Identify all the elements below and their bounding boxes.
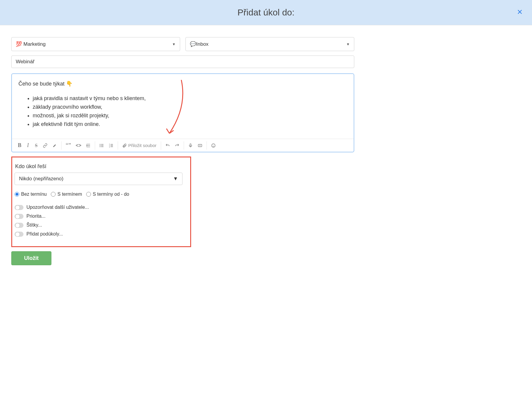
emoji-icon	[211, 143, 216, 148]
toolbar-separator	[184, 141, 184, 150]
project-select-value: 💯 Marketing	[16, 41, 45, 47]
editor-intro-text: Čeho se bude týkat 👇	[18, 80, 347, 87]
dialog-body: 💯 Marketing ▼ 💬Inbox ▼ Čeho se bude týka…	[0, 25, 366, 274]
toggle-subtasks-row: Přidat podúkoly...	[15, 231, 186, 237]
radio-input[interactable]	[15, 192, 19, 197]
link-button[interactable]	[40, 141, 50, 150]
italic-icon: I	[27, 142, 29, 149]
save-button[interactable]: Uložit	[11, 251, 51, 265]
toggle-label: Štítky...	[26, 222, 42, 228]
link-icon	[43, 143, 48, 148]
svg-point-10	[214, 145, 214, 145]
dialog-header: Přidat úkol do:	[0, 0, 532, 25]
code-button[interactable]: <>	[73, 141, 84, 150]
toolbar-separator	[95, 141, 95, 150]
strikethrough-icon: S	[35, 143, 38, 148]
radio-no-deadline[interactable]: Bez termínu	[15, 192, 47, 197]
svg-text:3: 3	[109, 146, 110, 148]
ordered-list-icon: 123	[109, 143, 114, 148]
video-button[interactable]	[195, 141, 205, 150]
toggle-label: Upozorňovat další uživatele...	[26, 205, 89, 210]
assignee-select[interactable]: Nikdo (nepřiřazeno) ▼	[15, 173, 182, 185]
italic-button[interactable]: I	[24, 140, 32, 150]
strike-button[interactable]: S	[32, 141, 40, 150]
bullet-list-button[interactable]	[97, 141, 106, 150]
bold-button[interactable]: B	[15, 140, 24, 150]
svg-point-1	[100, 145, 101, 146]
undo-button[interactable]	[163, 141, 172, 150]
bullet-list-icon	[99, 143, 104, 148]
svg-point-0	[100, 144, 101, 145]
toolbar-separator	[207, 141, 207, 150]
deadline-radio-group: Bez termínu S termínem S termíny od - do	[15, 192, 186, 197]
assignee-label: Kdo úkol řeší	[15, 163, 186, 170]
toggle-label: Přidat podúkoly...	[26, 231, 63, 237]
chevron-down-icon: ▼	[172, 42, 176, 46]
radio-with-deadline[interactable]: S termínem	[51, 192, 82, 197]
toggle-tags-row: Štítky...	[15, 222, 186, 228]
quote-button[interactable]: “”	[63, 140, 73, 151]
undo-icon	[165, 143, 170, 148]
toolbar-separator	[161, 141, 161, 150]
video-icon	[198, 143, 202, 148]
editor-toolbar: B I S “” <> 123 Přiložit soubor	[12, 139, 354, 152]
close-icon	[517, 9, 523, 15]
highlighted-section: Kdo úkol řeší Nikdo (nepřiřazeno) ▼ Bez …	[11, 157, 191, 247]
editor-bullet: jaká pravidla si nastavit v týmu nebo s …	[33, 95, 347, 102]
toggle-notify[interactable]	[15, 205, 23, 210]
svg-point-2	[100, 146, 101, 147]
emoji-button[interactable]	[209, 141, 218, 150]
chevron-down-icon: ▼	[346, 42, 350, 46]
code-icon: <>	[76, 143, 81, 148]
attach-button[interactable]: Přiložit soubor	[120, 141, 159, 150]
task-name-input[interactable]	[11, 56, 354, 68]
toggle-subtasks[interactable]	[15, 232, 23, 237]
toggle-tags[interactable]	[15, 223, 23, 228]
toggle-priority-row: Priorita...	[15, 214, 186, 219]
project-select[interactable]: 💯 Marketing ▼	[11, 37, 180, 51]
editor-bullet: jak efektivně řídit tým online.	[33, 121, 347, 127]
toggle-notify-row: Upozorňovat další uživatele...	[15, 205, 186, 210]
close-button[interactable]	[517, 8, 523, 17]
radio-label: S termínem	[57, 192, 82, 197]
toggle-priority[interactable]	[15, 214, 23, 219]
redo-button[interactable]	[172, 141, 182, 150]
chevron-down-icon: ▼	[173, 176, 178, 182]
dialog-title: Přidat úkol do:	[237, 7, 295, 18]
ordered-list-button[interactable]: 123	[106, 141, 116, 150]
list-select-value: 💬Inbox	[190, 41, 209, 47]
bold-icon: B	[18, 142, 21, 149]
microphone-icon	[188, 143, 193, 148]
toolbar-separator	[61, 141, 62, 150]
quote-icon: “”	[66, 142, 71, 149]
indent-icon	[86, 143, 91, 148]
description-editor: Čeho se bude týkat 👇 jaká pravidla si na…	[11, 73, 354, 152]
radio-label: Bez termínu	[21, 192, 47, 197]
radio-input[interactable]	[51, 192, 56, 197]
svg-rect-6	[190, 144, 191, 146]
radio-range-deadline[interactable]: S termíny od - do	[86, 192, 129, 197]
paperclip-icon	[122, 143, 127, 148]
svg-point-8	[212, 144, 215, 147]
brush-icon	[52, 143, 57, 148]
list-select[interactable]: 💬Inbox ▼	[185, 37, 354, 51]
attach-label: Přiložit soubor	[128, 143, 156, 148]
redo-icon	[175, 143, 180, 148]
editor-bullet: možnosti, jak si rozdělit projekty,	[33, 113, 347, 119]
svg-point-9	[213, 145, 213, 145]
editor-bullet: základy pracovního workflow,	[33, 104, 347, 110]
toggle-label: Priorita...	[26, 214, 45, 219]
editor-content[interactable]: Čeho se bude týkat 👇 jaká pravidla si na…	[12, 74, 354, 139]
toolbar-separator	[118, 141, 118, 150]
radio-input[interactable]	[86, 192, 91, 197]
assignee-value: Nikdo (nepřiřazeno)	[19, 176, 63, 182]
radio-label: S termíny od - do	[93, 192, 129, 197]
highlight-button[interactable]	[50, 141, 59, 150]
mic-button[interactable]	[186, 141, 195, 150]
indent-button[interactable]	[84, 141, 93, 150]
